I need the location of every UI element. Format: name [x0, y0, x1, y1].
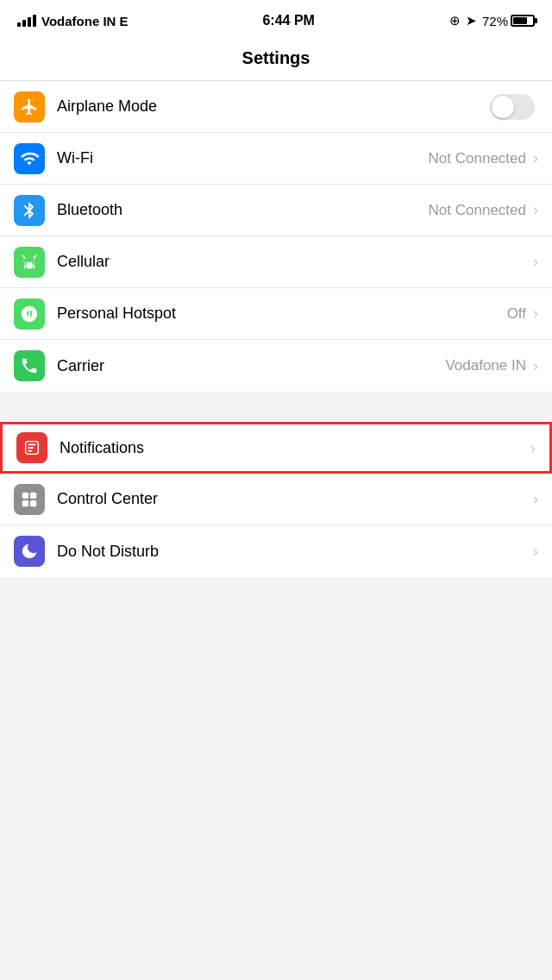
battery-fill: [513, 17, 527, 24]
hotspot-icon-wrap: [14, 298, 45, 330]
signal-icon: [17, 15, 36, 27]
bluetooth-chevron: ›: [533, 201, 538, 219]
notifications-label: Notifications: [60, 439, 524, 457]
carrier-chevron: ›: [533, 357, 538, 375]
cellular-icon: ((·)): [20, 253, 39, 272]
carrier-icon-wrap: [14, 350, 45, 381]
svg-rect-7: [30, 492, 36, 498]
control-center-icon: [20, 490, 39, 509]
wifi-value: Not Connected: [429, 150, 526, 167]
do-not-disturb-label: Do Not Disturb: [57, 543, 526, 561]
settings-item-cellular[interactable]: ((·)) Cellular ›: [0, 236, 552, 288]
carrier-value: Vodafone IN: [445, 357, 526, 374]
wifi-icon: [20, 149, 39, 168]
wifi-icon-wrap: [14, 143, 45, 174]
hotspot-label: Personal Hotspot: [57, 305, 507, 323]
settings-item-notifications[interactable]: Notifications ›: [0, 422, 552, 474]
lock-icon: ⊕: [449, 13, 461, 28]
moon-icon: [20, 542, 39, 561]
wifi-label: Wi-Fi: [57, 149, 429, 167]
location-icon: ➤: [466, 13, 477, 28]
hotspot-chevron: ›: [533, 305, 538, 323]
control-center-chevron: ›: [533, 490, 538, 508]
system-settings-group: Notifications › Control Center › Do Not …: [0, 422, 552, 577]
battery-percent-label: 72%: [482, 14, 508, 28]
phone-icon: [20, 356, 39, 375]
wifi-chevron: ›: [533, 149, 538, 167]
airplane-mode-toggle[interactable]: [490, 94, 535, 120]
notifications-icon-wrap: [16, 432, 47, 463]
svg-text:((·)): ((·)): [24, 261, 36, 268]
network-settings-group: Airplane Mode Wi-Fi Not Connected › Blue…: [0, 81, 552, 392]
bluetooth-icon: [20, 201, 39, 220]
settings-item-carrier[interactable]: Carrier Vodafone IN ›: [0, 340, 552, 392]
cellular-label: Cellular: [57, 253, 526, 271]
settings-item-wifi[interactable]: Wi-Fi Not Connected ›: [0, 133, 552, 185]
airplane-mode-icon-wrap: [14, 91, 45, 122]
group-divider: [0, 392, 552, 422]
svg-rect-8: [22, 499, 28, 506]
bluetooth-value: Not Connected: [429, 202, 526, 219]
control-center-icon-wrap: [14, 484, 45, 515]
settings-item-do-not-disturb[interactable]: Do Not Disturb ›: [0, 525, 552, 577]
page-title: Settings: [0, 38, 552, 81]
do-not-disturb-chevron: ›: [533, 543, 538, 561]
battery-icon: [511, 15, 535, 27]
settings-item-airplane-mode[interactable]: Airplane Mode: [0, 81, 552, 133]
settings-item-hotspot[interactable]: Personal Hotspot Off ›: [0, 288, 552, 340]
carrier-label: Carrier: [57, 357, 445, 375]
status-icons: ⊕ ➤ 72%: [449, 13, 535, 28]
airplane-mode-label: Airplane Mode: [57, 97, 490, 116]
hotspot-icon: [20, 305, 39, 324]
toggle-knob: [492, 96, 514, 118]
svg-rect-6: [22, 492, 28, 498]
carrier-info: Vodafone IN E: [17, 14, 128, 28]
svg-rect-3: [28, 443, 35, 445]
svg-rect-5: [28, 450, 32, 452]
time-display: 6:44 PM: [262, 13, 314, 28]
cellular-icon-wrap: ((·)): [14, 247, 45, 278]
svg-rect-4: [28, 447, 33, 449]
network-type: E: [119, 14, 128, 28]
cellular-chevron: ›: [533, 253, 538, 271]
notifications-chevron: ›: [530, 439, 536, 457]
carrier-label: Vodafone IN: [41, 14, 116, 28]
bluetooth-icon-wrap: [14, 195, 45, 226]
svg-rect-9: [30, 499, 36, 506]
notifications-icon: [22, 438, 41, 457]
do-not-disturb-icon-wrap: [14, 536, 45, 567]
settings-item-control-center[interactable]: Control Center ›: [0, 474, 552, 525]
bluetooth-label: Bluetooth: [57, 201, 429, 219]
control-center-label: Control Center: [57, 490, 526, 508]
settings-item-bluetooth[interactable]: Bluetooth Not Connected ›: [0, 185, 552, 236]
status-bar: Vodafone IN E 6:44 PM ⊕ ➤ 72%: [0, 0, 552, 38]
hotspot-value: Off: [507, 305, 526, 323]
battery-indicator: 72%: [482, 14, 535, 28]
airplane-icon: [20, 97, 39, 116]
